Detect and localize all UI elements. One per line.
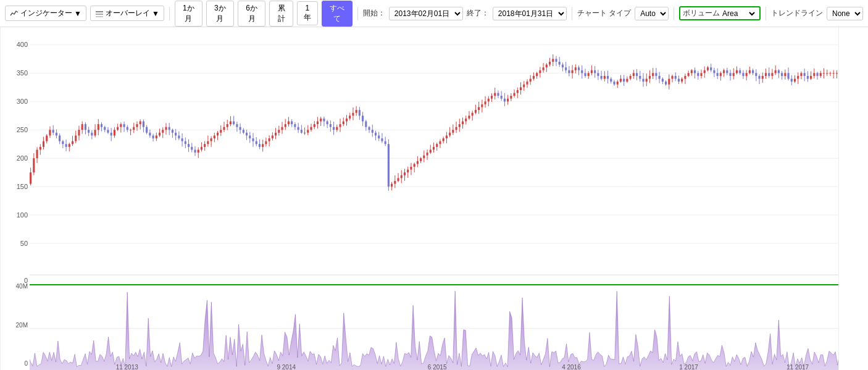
period-all-button[interactable]: すべて: [322, 1, 353, 27]
indicator-chevron: ▼: [74, 9, 81, 18]
overlay-chevron: ▼: [152, 9, 159, 18]
chart-type-select[interactable]: Auto: [635, 7, 669, 20]
trendline-label: トレンドライン: [771, 8, 823, 19]
indicator-icon: [10, 9, 19, 18]
volume-wrapper: ボリューム Area: [679, 6, 761, 20]
volume-label: ボリューム: [683, 8, 720, 19]
separator-3: [572, 7, 572, 20]
svg-rect-2: [96, 16, 103, 17]
indicator-button[interactable]: インジケーター ▼: [5, 6, 86, 21]
overlay-label: オーバーレイ: [106, 8, 150, 19]
period-3m-button[interactable]: 3か月: [206, 1, 234, 27]
price-chart-area: [0, 27, 838, 284]
separator-5: [766, 7, 766, 20]
trendline-select[interactable]: None: [827, 7, 863, 20]
period-6m-button[interactable]: 6か月: [238, 1, 265, 27]
chart-type-label: チャート タイプ: [577, 8, 631, 19]
svg-rect-1: [96, 14, 103, 15]
separator-2: [357, 7, 358, 20]
start-date-select[interactable]: 2013年02月01日: [389, 7, 463, 20]
svg-rect-0: [96, 11, 103, 12]
volume-select[interactable]: Area: [720, 9, 757, 19]
overlay-button[interactable]: オーバーレイ ▼: [90, 6, 164, 21]
separator-4: [674, 7, 674, 20]
indicator-label: インジケーター: [20, 8, 72, 19]
volume-chart-area: [0, 284, 838, 370]
toolbar: インジケーター ▼ オーバーレイ ▼ 1か月 3か月 6か月 累計 1年 すべて…: [0, 0, 868, 27]
period-1y-button[interactable]: 1年: [297, 1, 318, 25]
axis-canvas: [0, 27, 30, 370]
end-label: 終了：: [467, 8, 489, 19]
start-label: 開始：: [363, 8, 385, 19]
price-canvas: [0, 27, 838, 284]
main-chart: [0, 27, 838, 370]
price-axis: [838, 27, 868, 370]
end-date-select[interactable]: 2018年01月31日: [493, 7, 567, 20]
period-1m-button[interactable]: 1か月: [175, 1, 202, 27]
separator-1: [169, 7, 170, 20]
volume-canvas: [1, 285, 838, 370]
period-cumul-button[interactable]: 累計: [269, 1, 293, 27]
chart-container: [0, 27, 868, 370]
overlay-icon: [95, 9, 104, 18]
